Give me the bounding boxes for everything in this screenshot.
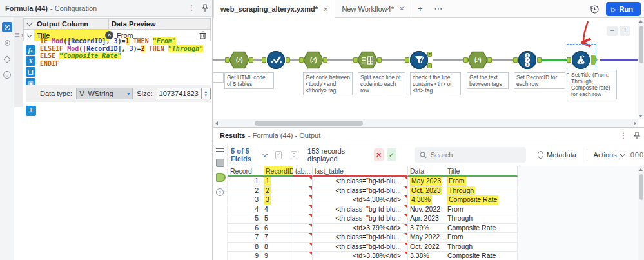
table-cell[interactable]: <th class="bg-td-blu...	[313, 177, 408, 186]
tab-web-scraping-alteryx[interactable]: web_scraping_alteryx.yxmd* ✕	[213, 0, 335, 18]
table-cell[interactable]: 8	[262, 243, 293, 252]
variables-icon[interactable]: X	[26, 56, 35, 66]
table-cell[interactable]: <th class="bg-td-blu...	[313, 233, 408, 243]
table-cell[interactable]: 9	[228, 252, 262, 260]
metadata-radio[interactable]	[538, 151, 543, 159]
table-cell[interactable]: From	[445, 233, 518, 243]
close-tab-icon[interactable]: ✕	[323, 6, 328, 13]
errors-filter-button[interactable]: ✕	[374, 148, 384, 161]
table-cell[interactable]: <td>3.38%</td>	[313, 252, 408, 260]
recordid-tool[interactable]: 123	[518, 51, 536, 69]
table-cell[interactable]	[293, 233, 313, 243]
add-column-button[interactable]: +	[26, 106, 36, 116]
annotation-tag-icon[interactable]	[2, 54, 12, 65]
cleanse-tool[interactable]	[267, 51, 285, 69]
table-cell[interactable]: 1	[228, 177, 262, 186]
table-cell[interactable]: 3	[228, 195, 262, 205]
tool-annotation[interactable]: Set Title (From, Through, Composite rate…	[569, 70, 617, 99]
tool-annotation[interactable]: check if the line contains <th> or <td> …	[410, 72, 461, 95]
connection-line[interactable]	[433, 59, 463, 61]
tool-annotation[interactable]: Get HTML code of 5 tables	[224, 72, 274, 89]
connection-line[interactable]	[290, 59, 299, 61]
table-cell[interactable]: <th class="bg-td-blu...	[313, 205, 408, 215]
grid-view-icon[interactable]	[216, 159, 224, 167]
table-cell[interactable]: Oct. 2022	[408, 243, 445, 252]
regex-tool[interactable]: (.*)	[467, 51, 488, 69]
connection-line[interactable]	[327, 59, 353, 61]
table-cell[interactable]: 9	[262, 252, 293, 260]
clear-field-icon[interactable]: ✕	[105, 31, 113, 39]
table-cell[interactable]	[293, 186, 313, 196]
open-expression-icon[interactable]: ❏	[26, 67, 35, 77]
close-tab-icon[interactable]: ✕	[399, 5, 404, 12]
table-cell[interactable]: 3	[262, 195, 293, 205]
table-cell[interactable]: From	[445, 205, 518, 215]
table-cell[interactable]: 7	[262, 233, 293, 243]
connection-line[interactable]	[253, 59, 262, 61]
results-search[interactable]	[415, 147, 526, 163]
performance-tab-icon[interactable]	[2, 37, 12, 48]
new-tab-button[interactable]: +	[411, 0, 429, 17]
pin-icon[interactable]	[202, 4, 208, 12]
table-cell[interactable]: 3.38%	[408, 252, 445, 260]
table-cell[interactable]	[293, 243, 313, 252]
table-cell[interactable]: <td>3.79%</td>	[313, 224, 408, 234]
connection-line[interactable]	[600, 59, 638, 61]
table-cell[interactable]: 8	[228, 243, 262, 252]
connection-line[interactable]	[382, 59, 405, 61]
help-icon[interactable]: ?	[2, 70, 12, 80]
zoom-out-button[interactable]: −	[607, 26, 618, 36]
size-stepper[interactable]: ▲▼	[202, 88, 211, 99]
column-header-tab-[interactable]: tab...	[293, 166, 313, 177]
expand-all-chevron-icon[interactable]	[24, 19, 34, 29]
regex-tool[interactable]: (.*)	[229, 51, 249, 69]
table-cell[interactable]: Nov. 2022	[408, 205, 445, 215]
table-cell[interactable]: 6	[228, 224, 262, 234]
table-cell[interactable]: Through	[445, 243, 518, 252]
success-filter-button[interactable]: ✓	[387, 148, 396, 161]
tool-annotation[interactable]: Get code between <tbody> and </tbody> ta…	[303, 72, 353, 95]
search-input[interactable]	[431, 151, 521, 159]
row-collapse-chevron-icon[interactable]	[24, 30, 34, 41]
columns-tool[interactable]	[357, 51, 378, 69]
table-cell[interactable]: Through	[445, 214, 518, 224]
connection-line[interactable]	[492, 59, 513, 61]
drag-handle-icon[interactable]	[15, 33, 19, 37]
tool-annotation[interactable]: Get the text between tags	[467, 72, 509, 89]
table-cell[interactable]: 3.79%	[408, 224, 445, 234]
configuration-tab-icon[interactable]	[2, 22, 12, 32]
table-cell[interactable]: 1	[262, 177, 293, 186]
cell-viewer-icon[interactable]	[291, 151, 297, 159]
table-cell[interactable]: 5	[262, 214, 293, 224]
canvas-vertical-scrollbar[interactable]	[638, 18, 644, 119]
table-cell[interactable]: May 2023	[408, 177, 445, 186]
regex-tool[interactable]: (.*)	[303, 51, 324, 69]
column-header-last-table[interactable]: last_table	[313, 166, 408, 177]
table-cell[interactable]	[293, 205, 313, 215]
column-header-title[interactable]: Title	[445, 166, 518, 177]
column-header-data[interactable]: Data	[408, 166, 445, 177]
column-header-recordid[interactable]: RecordID	[262, 166, 293, 177]
data-type-select[interactable]: V_WString ▾	[76, 88, 133, 99]
filter-tool[interactable]	[410, 51, 428, 69]
column-header-record[interactable]: Record	[228, 166, 262, 177]
workflow-canvas[interactable]: − + (.*)(.*)TF(.*)123TMLGet HTML code of…	[213, 18, 644, 127]
table-cell[interactable]: 2	[228, 186, 262, 196]
table-cell[interactable]: 2	[262, 186, 293, 196]
table-cell[interactable]: May 2022	[408, 233, 445, 243]
actions-dropdown[interactable]: Actions	[594, 151, 624, 159]
table-cell[interactable]: <td>4.30%</td>	[313, 195, 408, 205]
results-help-icon[interactable]: ?	[216, 188, 224, 196]
tab-new-workflow4[interactable]: New Workflow4* ✕	[335, 0, 411, 17]
connection-line[interactable]	[213, 59, 225, 61]
functions-icon[interactable]: fx	[26, 45, 35, 55]
table-cell[interactable]: <th class="bg-td-blu...	[313, 186, 408, 196]
connection-line[interactable]	[542, 59, 567, 61]
messages-list-icon[interactable]	[216, 148, 224, 155]
size-input[interactable]: 1073741823	[157, 88, 202, 99]
table-cell[interactable]	[293, 224, 313, 234]
data-view-icon[interactable]	[216, 173, 226, 182]
tool-annotation[interactable]: TML	[213, 72, 224, 83]
table-cell[interactable]: Through	[445, 186, 518, 196]
schedule-history-icon[interactable]	[590, 5, 600, 14]
